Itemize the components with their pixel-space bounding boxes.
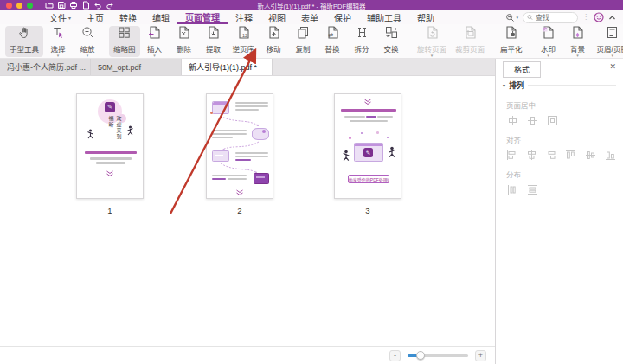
toolbar-copy-button[interactable]: 复制 bbox=[288, 26, 318, 57]
toolbar-hand-tool-button[interactable]: 手型工具 bbox=[5, 26, 43, 57]
center-horizontal-icon bbox=[526, 114, 538, 126]
chevron-double-down-icon bbox=[363, 99, 372, 105]
redo-icon[interactable] bbox=[106, 1, 114, 10]
text-placeholder bbox=[344, 116, 365, 118]
menu-item-view[interactable]: 视图 bbox=[260, 10, 293, 24]
zoom-in-button[interactable]: + bbox=[475, 350, 486, 361]
page-3-preview[interactable]: ✎ 开始享受您的PDF处理吧! bbox=[334, 93, 401, 199]
toolbar-move-button[interactable]: 移动 bbox=[259, 26, 288, 57]
close-window-button[interactable] bbox=[6, 3, 12, 9]
confetti-dot bbox=[387, 137, 389, 138]
format-panel-tab[interactable]: 格式 bbox=[503, 61, 541, 78]
save-icon[interactable] bbox=[57, 1, 66, 10]
menu-item-file[interactable]: 文件▾ bbox=[42, 10, 79, 24]
text-placeholder bbox=[235, 102, 268, 104]
text-placeholder bbox=[350, 120, 388, 122]
open-icon[interactable] bbox=[45, 1, 54, 10]
zoom-slider[interactable] bbox=[408, 354, 468, 357]
zoom-slider-handle[interactable] bbox=[416, 351, 425, 360]
tab-onboarding[interactable]: 新人引导(1)(1).pdf * bbox=[182, 59, 273, 75]
toolbar-background-button[interactable]: 背景▾ bbox=[563, 26, 593, 57]
person-figure-icon bbox=[126, 125, 134, 136]
thumbnail-canvas[interactable]: ✎ 欢迎来到福昕 1 bbox=[0, 76, 495, 346]
toolbar-split-button[interactable]: 拆分 bbox=[347, 26, 376, 57]
page-thumbnail-3[interactable]: ✎ 开始享受您的PDF处理吧! 3 bbox=[334, 93, 401, 215]
close-panel-icon[interactable]: ✕ bbox=[609, 62, 616, 71]
text-placeholder bbox=[85, 151, 137, 154]
zoom-out-button[interactable]: - bbox=[389, 350, 401, 361]
chevron-down-icon: ▾ bbox=[153, 53, 156, 58]
toolbar-reverse-page-order-button[interactable]: 12逆页序 bbox=[228, 26, 260, 57]
toolbar-select-button[interactable]: 选择▾ bbox=[43, 26, 73, 57]
document-tab-bar: 冯小惠-个人简历.pdf ...50M_opt.pdf新人引导(1)(1).pd… bbox=[0, 59, 495, 76]
chevron-down-icon: ▾ bbox=[516, 15, 518, 20]
distribute-v-icon bbox=[526, 183, 538, 195]
page-number: 2 bbox=[206, 206, 273, 215]
minimize-window-button[interactable] bbox=[16, 3, 22, 9]
select-icon bbox=[51, 25, 66, 43]
menu-item-protect[interactable]: 保护 bbox=[326, 10, 359, 24]
page-thumbnail-1[interactable]: ✎ 欢迎来到福昕 1 bbox=[76, 93, 144, 215]
page-center-label: 页面居中 bbox=[506, 99, 616, 110]
collapse-toolbar-icon[interactable] bbox=[608, 15, 616, 21]
swap-icon bbox=[384, 25, 399, 43]
chevron-down-icon: ▾ bbox=[87, 53, 89, 58]
menu-item-edit[interactable]: 编辑 bbox=[145, 10, 177, 24]
search-input[interactable] bbox=[536, 14, 574, 22]
toolbar-group: 水印▾背景▾页眉/页脚▾#贝茨数▾#格式化页码 bbox=[534, 24, 623, 58]
text-placeholder bbox=[212, 130, 247, 131]
toolbar-delete-button[interactable]: 删除 bbox=[170, 26, 199, 57]
menubar-right-cluster: ▾ ⋮ bbox=[505, 12, 623, 23]
new-document-icon[interactable] bbox=[81, 1, 90, 10]
toolbar-extract-button[interactable]: 提取 bbox=[199, 26, 228, 57]
menu-item-accessibility-tools[interactable]: 辅助工具 bbox=[359, 10, 409, 24]
toolbar-replace-button[interactable]: ⇄替换 bbox=[318, 26, 347, 57]
maximize-window-button[interactable] bbox=[27, 3, 33, 9]
foxit-logo-icon: ✎ bbox=[105, 102, 115, 112]
more-options-icon[interactable]: ⋮ bbox=[582, 14, 589, 21]
toolbar-flatten-button[interactable]: 扁平化 bbox=[496, 26, 527, 57]
tab-50m[interactable]: 50M_opt.pdf bbox=[91, 59, 182, 75]
text-placeholder bbox=[377, 116, 393, 118]
header-footer-icon bbox=[605, 25, 620, 43]
align-left-icon bbox=[506, 149, 518, 161]
tab-resume[interactable]: 冯小惠-个人简历.pdf ... bbox=[0, 59, 91, 75]
text-placeholder bbox=[96, 162, 125, 164]
menu-item-convert[interactable]: 转换 bbox=[112, 10, 145, 24]
page-2-preview[interactable] bbox=[206, 93, 273, 199]
page-thumbnail-2[interactable]: 2 bbox=[206, 93, 273, 215]
format-panel: 格式 ✕ ▾ 排列 页面居中对齐分布 bbox=[495, 59, 623, 364]
copy-icon bbox=[296, 25, 311, 43]
toolbar-group: 扁平化 bbox=[496, 24, 527, 58]
undo-icon[interactable] bbox=[93, 1, 102, 10]
arrange-section-header[interactable]: ▾ 排列 bbox=[503, 80, 616, 91]
menu-item-page-management[interactable]: 页面管理 bbox=[177, 10, 228, 24]
search-box[interactable] bbox=[523, 12, 578, 23]
page-center-icons bbox=[506, 114, 616, 126]
find-tools-button[interactable]: ▾ bbox=[505, 13, 518, 22]
toolbar-insert-button[interactable]: 插入▾ bbox=[140, 26, 170, 57]
toolbar-thumbnail-button[interactable]: 缩略图 bbox=[109, 26, 140, 57]
find-icon bbox=[505, 13, 515, 22]
status-bar: - + bbox=[0, 346, 495, 364]
menu-item-comment[interactable]: 注释 bbox=[228, 10, 260, 24]
toolbar-header-footer-button[interactable]: 页眉/页脚▾ bbox=[593, 26, 623, 57]
print-icon[interactable] bbox=[69, 1, 78, 10]
page-1-preview[interactable]: ✎ 欢迎来到福昕 bbox=[76, 93, 144, 199]
toolbar-group: 手型工具选择▾缩放▾ bbox=[5, 24, 102, 58]
menu-item-form[interactable]: 表单 bbox=[293, 10, 326, 24]
confetti-dot bbox=[376, 131, 379, 134]
account-avatar[interactable] bbox=[594, 12, 604, 22]
arrange-section-title: 排列 bbox=[509, 80, 524, 91]
replace-icon: ⇄ bbox=[325, 25, 340, 43]
chevron-double-down-icon bbox=[106, 170, 114, 177]
toolbar-label: 逆页序 bbox=[233, 43, 255, 54]
illustration-browser bbox=[212, 101, 229, 114]
menu-item-home[interactable]: 主页 bbox=[79, 10, 112, 24]
chevron-double-down-icon bbox=[235, 189, 244, 196]
zoom-icon bbox=[80, 25, 95, 43]
toolbar-swap-button[interactable]: 交换 bbox=[376, 26, 406, 57]
toolbar-zoom-button[interactable]: 缩放▾ bbox=[73, 26, 102, 57]
toolbar-watermark-button[interactable]: 水印▾ bbox=[534, 26, 563, 57]
menu-item-help[interactable]: 帮助 bbox=[409, 10, 442, 24]
